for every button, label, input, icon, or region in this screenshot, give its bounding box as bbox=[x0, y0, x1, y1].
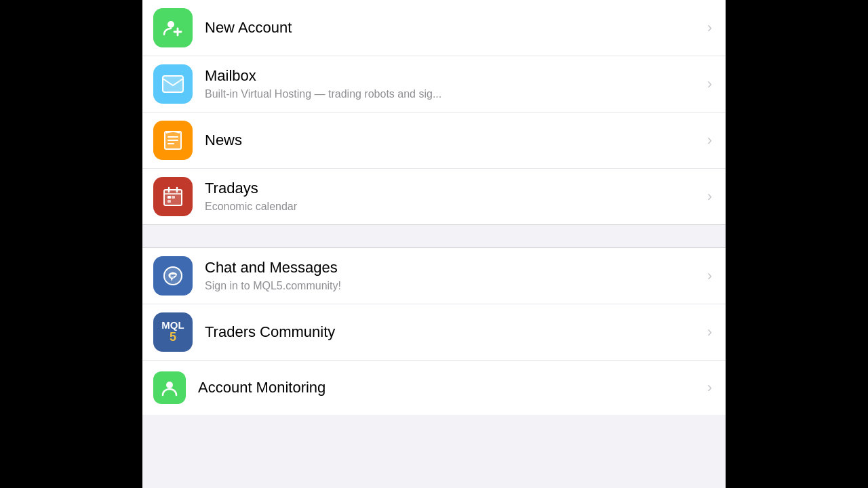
svg-point-16 bbox=[166, 382, 173, 388]
mailbox-chevron: › bbox=[707, 75, 712, 93]
account-monitoring-item[interactable]: Account Monitoring › bbox=[142, 361, 726, 415]
new-account-chevron: › bbox=[707, 19, 712, 37]
chat-item[interactable]: Chat and Messages Sign in to MQL5.commun… bbox=[142, 248, 726, 304]
news-icon bbox=[153, 121, 193, 160]
chat-text: Chat and Messages Sign in to MQL5.commun… bbox=[205, 258, 702, 293]
chat-icon bbox=[153, 256, 193, 296]
mailbox-title: Mailbox bbox=[205, 66, 702, 86]
news-chevron: › bbox=[707, 131, 712, 149]
news-item[interactable]: News › bbox=[142, 113, 726, 169]
traders-community-icon: MQL 5 bbox=[153, 312, 193, 352]
chat-subtitle: Sign in to MQL5.community! bbox=[205, 279, 702, 293]
account-monitoring-chevron: › bbox=[707, 379, 712, 396]
svg-rect-13 bbox=[172, 196, 175, 199]
account-monitoring-title: Account Monitoring bbox=[198, 378, 702, 398]
menu-list: New Account › Mailbox Built-in Virtual H… bbox=[142, 0, 726, 415]
news-text: News bbox=[205, 131, 702, 150]
tradays-title: Tradays bbox=[205, 179, 702, 199]
svg-rect-3 bbox=[163, 76, 183, 92]
news-title: News bbox=[205, 131, 702, 150]
traders-community-text: Traders Community bbox=[205, 323, 702, 342]
new-account-text: New Account bbox=[205, 18, 702, 38]
new-account-icon bbox=[153, 8, 193, 47]
svg-rect-14 bbox=[167, 200, 171, 203]
tradays-subtitle: Economic calendar bbox=[205, 200, 702, 214]
new-account-item[interactable]: New Account › bbox=[142, 0, 726, 56]
mailbox-item[interactable]: Mailbox Built-in Virtual Hosting — tradi… bbox=[142, 56, 726, 113]
tradays-text: Tradays Economic calendar bbox=[205, 179, 702, 214]
new-account-title: New Account bbox=[205, 18, 702, 38]
svg-rect-12 bbox=[167, 196, 171, 199]
section-group-2: Chat and Messages Sign in to MQL5.commun… bbox=[142, 248, 726, 415]
phone-container: New Account › Mailbox Built-in Virtual H… bbox=[142, 0, 726, 488]
tradays-item[interactable]: Tradays Economic calendar › bbox=[142, 169, 726, 224]
traders-community-item[interactable]: MQL 5 Traders Community › bbox=[142, 304, 726, 361]
svg-point-0 bbox=[167, 21, 174, 28]
mailbox-icon bbox=[153, 64, 193, 104]
traders-community-chevron: › bbox=[707, 323, 712, 341]
tradays-chevron: › bbox=[707, 188, 712, 205]
chat-title: Chat and Messages bbox=[205, 258, 702, 278]
section-divider bbox=[142, 224, 726, 248]
chat-chevron: › bbox=[707, 267, 712, 285]
mailbox-text: Mailbox Built-in Virtual Hosting — tradi… bbox=[205, 66, 702, 102]
mailbox-subtitle: Built-in Virtual Hosting — trading robot… bbox=[205, 87, 702, 102]
account-monitoring-icon bbox=[153, 371, 186, 404]
tradays-icon bbox=[153, 177, 193, 216]
section-group-1: New Account › Mailbox Built-in Virtual H… bbox=[142, 0, 726, 224]
account-monitoring-text: Account Monitoring bbox=[198, 378, 702, 398]
traders-community-title: Traders Community bbox=[205, 323, 702, 342]
